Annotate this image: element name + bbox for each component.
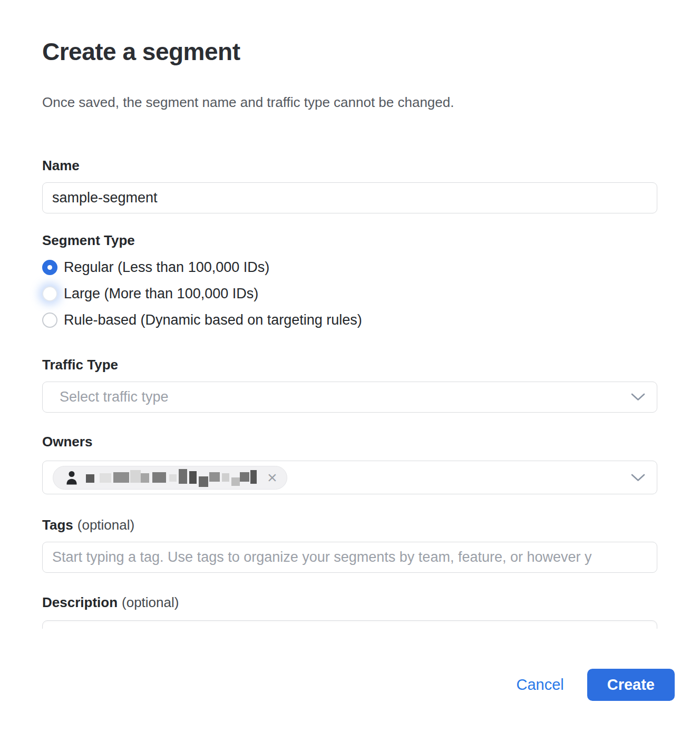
- description-textarea[interactable]: [42, 620, 657, 629]
- chevron-down-icon: [631, 473, 645, 482]
- tags-optional-hint: (optional): [77, 517, 134, 533]
- owners-select[interactable]: ×: [42, 461, 657, 494]
- segment-type-label: Segment Type: [42, 232, 657, 249]
- dialog-footer: Cancel Create: [42, 669, 675, 701]
- description-label: Description(optional): [42, 594, 657, 611]
- radio-option-label: Regular (Less than 100,000 IDs): [64, 258, 269, 276]
- radio-unselected-icon[interactable]: [42, 286, 57, 301]
- owners-label: Owners: [42, 433, 657, 450]
- radio-option-label: Large (More than 100,000 IDs): [64, 285, 258, 302]
- description-label-text: Description: [42, 594, 118, 610]
- tags-label: Tags(optional): [42, 516, 657, 533]
- selected-owner-chip[interactable]: ×: [53, 466, 287, 490]
- tags-label-text: Tags: [42, 517, 73, 533]
- traffic-type-label: Traffic Type: [42, 356, 657, 373]
- radio-option-label: Rule-based (Dynamic based on targeting r…: [64, 311, 362, 329]
- description-optional-hint: (optional): [122, 594, 179, 610]
- dialog-subtitle: Once saved, the segment name and traffic…: [42, 94, 657, 111]
- chevron-down-icon: [631, 393, 645, 402]
- create-segment-dialog: Create a segment Once saved, the segment…: [0, 0, 700, 742]
- radio-unselected-icon[interactable]: [42, 313, 57, 328]
- page-title: Create a segment: [42, 39, 657, 64]
- user-icon: [66, 471, 77, 485]
- segment-type-radio-group: Regular (Less than 100,000 IDs) Large (M…: [42, 258, 657, 329]
- name-label: Name: [42, 157, 657, 174]
- cancel-button[interactable]: Cancel: [516, 676, 563, 694]
- create-button[interactable]: Create: [587, 669, 675, 701]
- segment-type-option-large[interactable]: Large (More than 100,000 IDs): [42, 285, 657, 302]
- remove-owner-icon[interactable]: ×: [267, 469, 277, 486]
- radio-selected-icon[interactable]: [42, 260, 57, 275]
- redacted-owner-name: [86, 466, 260, 489]
- traffic-type-select[interactable]: Select traffic type: [42, 382, 657, 413]
- name-input[interactable]: [42, 182, 657, 213]
- tags-input[interactable]: [42, 542, 657, 573]
- segment-type-option-regular[interactable]: Regular (Less than 100,000 IDs): [42, 258, 657, 276]
- segment-type-option-rule-based[interactable]: Rule-based (Dynamic based on targeting r…: [42, 311, 657, 329]
- description-input-clipped: [42, 620, 657, 629]
- traffic-type-placeholder: Select traffic type: [52, 389, 169, 405]
